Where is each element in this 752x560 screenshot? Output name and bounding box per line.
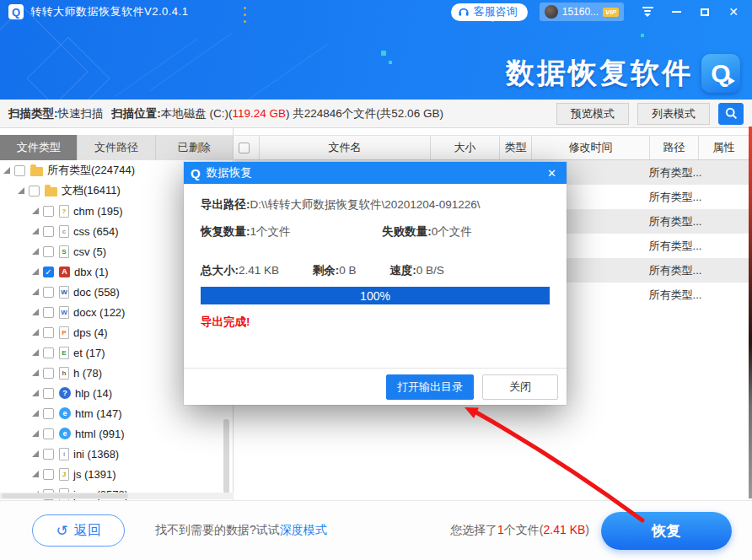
tree-item-checkbox[interactable]	[29, 186, 40, 197]
tree-expander-icon[interactable]	[32, 228, 39, 234]
scan-location-value: 本地磁盘 (C:)(	[161, 107, 233, 120]
column-size[interactable]: 大小	[431, 136, 500, 159]
tree-item-checkbox[interactable]	[43, 307, 54, 318]
maximize-button[interactable]	[698, 5, 712, 19]
tree-item-label: js (1391)	[73, 468, 116, 481]
tree-expander-icon[interactable]	[32, 430, 39, 437]
row-path-cell: 所有类型...	[643, 160, 707, 185]
hint-text: 找不到需要的数据?试试	[155, 523, 280, 536]
dialog-close-icon[interactable]: ✕	[544, 167, 560, 180]
tree-expander-icon[interactable]	[32, 288, 39, 295]
tree-expander-icon[interactable]	[18, 187, 24, 194]
menu-icon[interactable]	[641, 5, 654, 19]
scan-counts: ) 共224846个文件(共52.06 GB)	[286, 107, 443, 120]
tree-item-label: hlp (14)	[75, 387, 112, 400]
fail-count-value: 0个文件	[432, 225, 472, 238]
background-window-sliver	[749, 127, 752, 498]
tree-item-checkbox[interactable]	[43, 246, 54, 257]
tree-expander-icon[interactable]	[32, 450, 39, 457]
tree-expander-icon[interactable]	[32, 349, 39, 356]
deco-square	[641, 34, 644, 37]
tree-item-checkbox[interactable]	[43, 428, 54, 439]
tree-vertical-scrollbar[interactable]	[223, 419, 229, 493]
file-type-icon: W	[59, 286, 69, 299]
tree-item[interactable]: ehtm (147)	[0, 403, 234, 423]
file-table-header: 文件名 大小 类型 修改时间 路径 属性	[234, 135, 749, 160]
select-all-checkbox[interactable]	[239, 143, 250, 153]
tree-item[interactable]: Jjs (1391)	[0, 464, 234, 484]
list-mode-button[interactable]: 列表模式	[637, 103, 710, 125]
tree-expander-icon[interactable]	[32, 268, 39, 275]
recover-button[interactable]: 恢复	[601, 512, 732, 550]
row-path-cell: 所有类型...	[643, 283, 707, 307]
tree-item-checkbox[interactable]	[43, 267, 54, 277]
tree-item-label: h (78)	[73, 367, 102, 380]
progress-percent: 100%	[201, 287, 550, 304]
tree-expander-icon[interactable]	[32, 390, 39, 396]
tree-item-checkbox[interactable]	[43, 388, 54, 399]
row-path-cell: 所有类型...	[643, 185, 707, 209]
tree-item-checkbox[interactable]	[43, 327, 54, 338]
tree-item-checkbox[interactable]	[43, 226, 54, 237]
export-status: 导出完成!	[201, 315, 550, 330]
column-path[interactable]: 路径	[650, 136, 699, 159]
tree-expander-icon[interactable]	[32, 309, 39, 315]
tree-expander-icon[interactable]	[32, 410, 39, 417]
app-logo-icon: Q	[8, 4, 24, 19]
file-type-icon: E	[59, 347, 69, 359]
tree-expander-icon[interactable]	[32, 329, 39, 336]
file-type-icon: S	[59, 245, 69, 258]
tab-file-path[interactable]: 文件路径	[78, 135, 155, 160]
tree-item-label: css (654)	[73, 225, 118, 238]
column-modified[interactable]: 修改时间	[532, 136, 650, 159]
export-path-label: 导出路径:	[201, 198, 250, 211]
close-button[interactable]: ✕	[727, 5, 740, 19]
tree-item[interactable]: ehtml (991)	[0, 423, 234, 444]
tree-item-checkbox[interactable]	[43, 347, 54, 358]
deco-line	[115, 38, 198, 97]
minimize-button[interactable]	[669, 5, 683, 19]
tree-item-checkbox[interactable]	[43, 368, 54, 379]
preview-mode-button[interactable]: 预览模式	[556, 103, 629, 125]
tab-file-type[interactable]: 文件类型	[0, 135, 78, 160]
tree-item-checkbox[interactable]	[43, 408, 54, 419]
search-button[interactable]	[718, 103, 744, 125]
tree-expander-icon[interactable]	[3, 167, 10, 174]
tree-item-checkbox[interactable]	[43, 287, 54, 298]
tree-expander-icon[interactable]	[32, 248, 39, 255]
deep-scan-hint: 找不到需要的数据?试试深度模式	[155, 523, 327, 538]
column-type[interactable]: 类型	[500, 136, 532, 159]
tree-item[interactable]: iini (1368)	[0, 444, 234, 464]
support-button[interactable]: 客服咨询	[451, 3, 528, 21]
tree-expander-icon[interactable]	[32, 471, 39, 477]
deco-line	[148, 33, 232, 92]
user-account-chip[interactable]: 15160... VIP	[540, 3, 624, 21]
tree-item-checkbox[interactable]	[14, 165, 25, 176]
column-attr[interactable]: 属性	[699, 136, 749, 159]
disk-size: 119.24 GB	[233, 107, 287, 120]
tree-expander-icon[interactable]	[32, 207, 39, 214]
tree-item-checkbox[interactable]	[43, 469, 54, 480]
select-all-cell	[234, 136, 260, 159]
tree-item-label: chm (195)	[73, 205, 123, 218]
export-path-value: D:\\转转大师数据恢复软件\20201204-091226\	[250, 198, 481, 211]
dialog-logo-icon: Q	[191, 166, 201, 180]
close-dialog-button[interactable]: 关闭	[482, 374, 558, 400]
open-output-dir-button[interactable]: 打开输出目录	[386, 374, 474, 400]
app-title: 转转大师数据恢复软件V2.0.4.1	[30, 4, 188, 19]
tree-item-label: et (17)	[73, 347, 105, 359]
back-label: 返回	[74, 522, 101, 540]
tree-item-checkbox[interactable]	[43, 206, 54, 217]
vip-badge: VIP	[603, 8, 619, 17]
tab-deleted[interactable]: 已删除	[156, 135, 234, 160]
product-name: 数据恢复软件	[506, 54, 693, 93]
speed-value: 0 B/S	[416, 264, 444, 277]
tree-expander-icon[interactable]	[32, 369, 39, 376]
deep-mode-link[interactable]: 深度模式	[280, 523, 327, 536]
tree-horizontal-scrollbar[interactable]	[0, 493, 234, 499]
back-button[interactable]: ↺ 返回	[32, 514, 125, 547]
file-type-icon: c	[59, 225, 69, 238]
tree-item-label: dbx (1)	[74, 266, 108, 278]
tree-item-checkbox[interactable]	[43, 449, 54, 460]
column-filename[interactable]: 文件名	[260, 136, 431, 159]
